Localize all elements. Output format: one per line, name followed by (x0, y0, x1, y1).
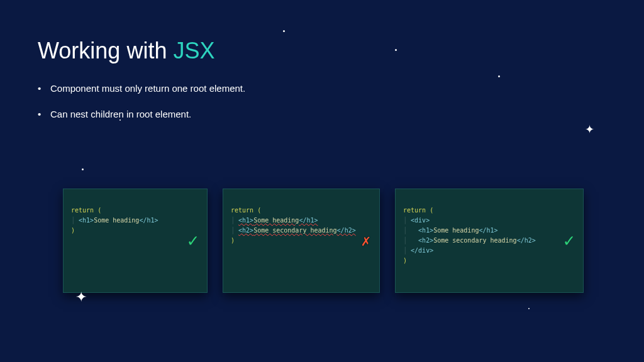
code-tag: <h2> (238, 227, 253, 234)
code-examples-row: return ( │ <h1>Some heading</h1> ) ✓ ret… (63, 189, 584, 293)
code-tag: <h1> (418, 227, 433, 234)
sparkle-icon: ✦ (75, 289, 87, 305)
code-keyword: return (231, 207, 253, 214)
bullet-list: Component must only return one root elem… (38, 82, 264, 121)
code-example-valid-wrapped: return ( │ <div> │ <h1>Some heading</h1>… (395, 189, 584, 293)
code-paren: ( (426, 207, 433, 214)
cross-icon: ✗ (362, 229, 370, 253)
code-text: Some heading (433, 227, 479, 234)
code-paren: ( (253, 207, 261, 214)
code-example-valid-single: return ( │ <h1>Some heading</h1> ) ✓ (63, 189, 208, 293)
code-paren: ( (94, 207, 101, 214)
code-paren: ) (71, 227, 75, 234)
code-text: Some secondary heading (253, 227, 336, 234)
code-paren: ) (403, 257, 407, 264)
code-text: Some secondary heading (433, 237, 516, 244)
code-tag: <h1> (238, 217, 253, 224)
title-prefix: Working with (38, 38, 173, 63)
bullet-item: Component must only return one root elem… (38, 82, 264, 95)
bullet-item: Can nest children in root element. (38, 107, 264, 121)
code-tag: </h2> (337, 227, 356, 234)
code-text: Some heading (94, 217, 139, 224)
code-tag: </h1> (479, 227, 497, 234)
slide-title: Working with JSX (38, 38, 606, 64)
code-tag: </div> (411, 247, 433, 254)
code-tag: </h1> (139, 217, 158, 224)
code-text: Some heading (253, 217, 299, 224)
title-highlight: JSX (173, 38, 214, 63)
decoration-star (82, 168, 84, 170)
code-tag: <div> (411, 217, 430, 224)
code-tag: </h1> (299, 217, 318, 224)
code-tag: <h2> (418, 237, 433, 244)
code-keyword: return (71, 207, 94, 214)
check-icon: ✓ (564, 227, 574, 255)
decoration-star (528, 308, 530, 309)
sparkle-icon: ✦ (585, 123, 594, 136)
code-keyword: return (403, 207, 426, 214)
code-tag: </h2> (517, 237, 536, 244)
code-paren: ) (231, 237, 235, 244)
code-example-invalid: return ( │ <h1>Some heading</h1> │ <h2>S… (223, 189, 380, 293)
check-icon: ✓ (187, 227, 198, 255)
code-tag: <h1> (79, 217, 94, 224)
